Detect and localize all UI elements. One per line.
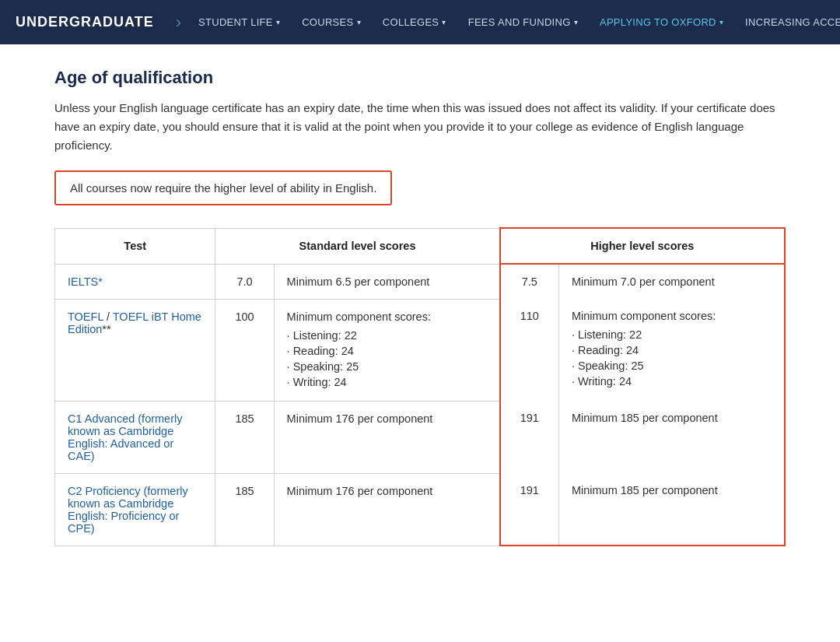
std-desc: Minimum 176 per component	[274, 473, 500, 546]
main-nav: UNDERGRADUATE › STUDENT LIFE ▾ COURSES ▾…	[0, 0, 840, 44]
scores-table: Test Standard level scores Higher level …	[54, 227, 786, 546]
list-item: Reading: 24	[572, 342, 772, 358]
higher-score: 191	[500, 401, 559, 473]
page-title: Age of qualification	[54, 68, 786, 88]
chevron-down-icon: ▾	[574, 18, 578, 26]
th-test: Test	[55, 228, 215, 264]
nav-links: STUDENT LIFE ▾ COURSES ▾ COLLEGES ▾ FEES…	[187, 0, 840, 44]
c2-link[interactable]: C2 Proficiency (formerly known as Cambri…	[68, 485, 188, 535]
list-item: Listening: 22	[287, 328, 487, 343]
list-item: Speaking: 25	[572, 358, 772, 374]
nav-colleges[interactable]: COLLEGES ▾	[372, 0, 457, 44]
table-row: TOEFL / TOEFL iBT Home Edition** 100 Min…	[55, 299, 786, 401]
std-score: 185	[215, 401, 274, 473]
nav-courses[interactable]: COURSES ▾	[291, 0, 372, 44]
test-name: C2 Proficiency (formerly known as Cambri…	[55, 473, 215, 546]
test-name: IELTS*	[55, 264, 215, 299]
higher-desc: Minimum 185 per component	[558, 401, 785, 473]
list-item: Speaking: 25	[287, 359, 487, 374]
chevron-down-icon: ▾	[357, 18, 361, 26]
th-higher: Higher level scores	[500, 228, 785, 264]
list-item: Writing: 24	[572, 374, 772, 389]
std-score: 100	[215, 299, 274, 401]
chevron-down-icon: ▾	[719, 18, 723, 26]
nav-applying[interactable]: APPLYING TO OXFORD ▾	[589, 0, 734, 44]
std-desc: Minimum 176 per component	[274, 401, 500, 473]
ielts-link[interactable]: IELTS*	[68, 275, 103, 288]
test-name: C1 Advanced (formerly known as Cambridge…	[55, 401, 215, 473]
nav-fees[interactable]: FEES AND FUNDING ▾	[457, 0, 589, 44]
nav-brand: UNDERGRADUATE	[16, 14, 154, 30]
main-content: Age of qualification Unless your English…	[31, 44, 809, 577]
c1-link[interactable]: C1 Advanced (formerly known as Cambridge…	[68, 412, 182, 462]
higher-score: 7.5	[500, 264, 559, 299]
std-desc: Minimum 6.5 per component	[274, 264, 500, 299]
list-item: Reading: 24	[287, 343, 487, 359]
chevron-down-icon: ▾	[442, 18, 446, 26]
nav-access[interactable]: INCREASING ACCESS ▾	[734, 0, 840, 44]
table-row: IELTS* 7.0 Minimum 6.5 per component 7.5…	[55, 264, 786, 299]
list-item: Writing: 24	[287, 374, 487, 390]
higher-desc: Minimum 185 per component	[558, 473, 785, 546]
test-name: TOEFL / TOEFL iBT Home Edition**	[55, 299, 215, 401]
nav-student-life[interactable]: STUDENT LIFE ▾	[187, 0, 291, 44]
higher-score: 191	[500, 473, 559, 546]
th-standard: Standard level scores	[215, 228, 500, 264]
higher-desc: Minimum 7.0 per component	[558, 264, 785, 299]
list-item: Listening: 22	[572, 327, 772, 342]
std-desc: Minimum component scores: Listening: 22 …	[274, 299, 500, 401]
std-score: 185	[215, 473, 274, 546]
chevron-down-icon: ▾	[276, 18, 280, 26]
table-row: C1 Advanced (formerly known as Cambridge…	[55, 401, 786, 473]
higher-score: 110	[500, 299, 559, 401]
intro-paragraph: Unless your English language certificate…	[54, 99, 786, 155]
table-row: C2 Proficiency (formerly known as Cambri…	[55, 473, 786, 546]
higher-desc: Minimum component scores: Listening: 22 …	[558, 299, 785, 401]
toefl-link[interactable]: TOEFL	[68, 310, 103, 323]
std-score: 7.0	[215, 264, 274, 299]
alert-box: All courses now require the higher level…	[54, 170, 392, 205]
nav-divider: ›	[176, 12, 181, 33]
